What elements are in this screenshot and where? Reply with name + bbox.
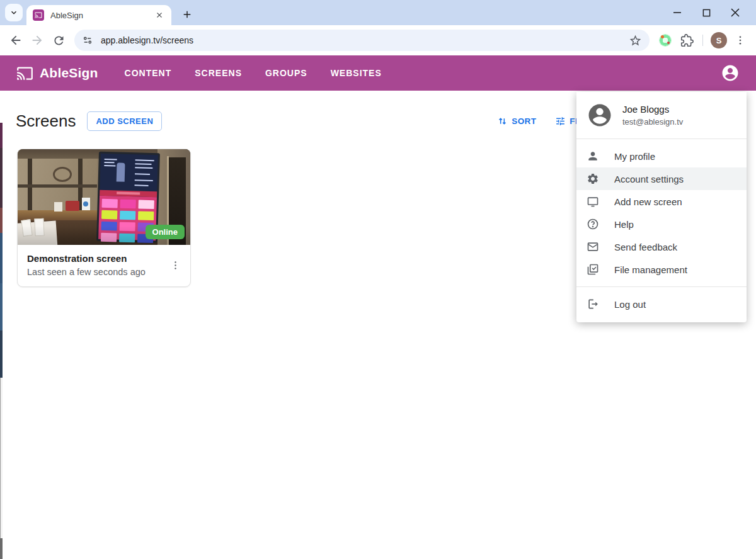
nav-link-screens[interactable]: SCREENS bbox=[195, 68, 242, 78]
tab-close-icon[interactable] bbox=[154, 9, 165, 21]
plus-icon bbox=[182, 9, 192, 20]
nav-link-groups[interactable]: GROUPS bbox=[265, 68, 307, 78]
card-menu-button[interactable] bbox=[165, 255, 185, 275]
account-circle-icon bbox=[721, 64, 740, 82]
account-name: Joe Bloggs bbox=[622, 104, 683, 115]
logout-section: Log out bbox=[576, 287, 747, 321]
screen-name: Demonstration screen bbox=[27, 253, 165, 264]
desktop-edge-artifact bbox=[0, 330, 3, 378]
desktop-edge-artifact bbox=[0, 233, 3, 283]
ablesign-favicon bbox=[33, 9, 44, 21]
browser-tab-strip: AbleSign bbox=[0, 0, 756, 25]
sort-arrows-icon bbox=[497, 116, 508, 127]
browser-toolbar: app.ablesign.tv/screens S bbox=[0, 25, 756, 55]
menu-item-file-management[interactable]: File management bbox=[576, 258, 747, 281]
file-check-icon bbox=[587, 263, 599, 276]
minimize-button[interactable] bbox=[663, 0, 692, 25]
desktop-edge-artifact bbox=[0, 208, 3, 233]
menu-item-send-feedback[interactable]: Send feedback bbox=[576, 235, 747, 258]
reload-icon bbox=[52, 34, 66, 47]
page-title: Screens bbox=[16, 111, 76, 131]
card-info: Demonstration screen Last seen a few sec… bbox=[18, 245, 190, 286]
kebab-menu-icon bbox=[735, 35, 746, 46]
minimize-icon bbox=[673, 8, 682, 17]
account-header: Joe Bloggs test@ablesign.tv bbox=[576, 92, 747, 138]
screenshot-root: AbleSign bbox=[0, 0, 756, 559]
menu-item-add-new-screen[interactable]: Add new screen bbox=[576, 190, 747, 213]
maximize-button[interactable] bbox=[692, 0, 721, 25]
monitor-icon bbox=[587, 195, 599, 208]
menu-item-account-settings[interactable]: Account settings bbox=[576, 167, 747, 190]
browser-tab[interactable]: AbleSign bbox=[26, 5, 171, 25]
forward-icon bbox=[30, 33, 44, 47]
status-badge: Online bbox=[146, 225, 185, 239]
extensions-puzzle-icon bbox=[680, 34, 694, 47]
screen-card: Online Demonstration screen Last seen a … bbox=[17, 149, 191, 287]
logout-icon bbox=[587, 298, 599, 310]
desktop-edge-artifact bbox=[0, 283, 3, 330]
browser-profile-avatar[interactable]: S bbox=[711, 32, 727, 48]
maximize-icon bbox=[702, 9, 711, 17]
person-icon bbox=[587, 150, 599, 162]
forward-button[interactable] bbox=[26, 30, 48, 51]
account-menu-list: My profile Account settings Add new scre… bbox=[576, 139, 747, 286]
browser-menu-button[interactable] bbox=[730, 30, 751, 51]
avatar bbox=[587, 102, 613, 128]
window-controls bbox=[663, 0, 750, 25]
close-window-icon bbox=[731, 8, 740, 17]
screen-thumbnail[interactable]: Online bbox=[18, 149, 190, 245]
new-tab-button[interactable] bbox=[178, 6, 196, 23]
add-screen-button[interactable]: ADD SCREEN bbox=[87, 111, 162, 131]
desktop-edge-artifact bbox=[0, 538, 3, 559]
desktop-edge-artifact bbox=[0, 378, 3, 538]
desktop-edge-artifact bbox=[0, 148, 3, 208]
sort-label: SORT bbox=[512, 116, 536, 126]
gear-icon bbox=[587, 172, 599, 185]
extension-badge-icon bbox=[659, 34, 672, 47]
url-text[interactable]: app.ablesign.tv/screens bbox=[101, 35, 629, 45]
kebab-menu-icon bbox=[170, 260, 181, 271]
account-email: test@ablesign.tv bbox=[622, 117, 683, 127]
menu-item-log-out[interactable]: Log out bbox=[576, 293, 747, 315]
close-window-button[interactable] bbox=[721, 0, 750, 25]
desktop-edge-artifact bbox=[0, 123, 3, 148]
account-menu-button[interactable] bbox=[721, 64, 740, 82]
app-navbar: AbleSign CONTENT SCREENS GROUPS WEBSITES bbox=[0, 55, 756, 91]
mail-icon bbox=[587, 240, 599, 253]
url-bar[interactable]: app.ablesign.tv/screens bbox=[74, 30, 650, 51]
nav-link-content[interactable]: CONTENT bbox=[125, 68, 172, 78]
filter-tune-icon bbox=[555, 116, 566, 127]
back-icon bbox=[9, 33, 23, 47]
menu-item-my-profile[interactable]: My profile bbox=[576, 145, 747, 167]
site-settings-icon bbox=[82, 35, 93, 46]
brand-name: AbleSign bbox=[40, 65, 98, 81]
toolbar-separator bbox=[702, 35, 703, 46]
nav-link-websites[interactable]: WEBSITES bbox=[331, 68, 382, 78]
extensions-button[interactable] bbox=[676, 30, 697, 51]
back-button[interactable] bbox=[5, 30, 26, 51]
brand[interactable]: AbleSign bbox=[16, 65, 98, 82]
chevron-down-icon bbox=[9, 8, 18, 17]
bookmark-star-icon[interactable] bbox=[629, 34, 642, 47]
extension-badge-button[interactable] bbox=[655, 30, 676, 51]
tab-search-button[interactable] bbox=[5, 4, 23, 21]
sort-button[interactable]: SORT bbox=[497, 116, 536, 127]
help-icon bbox=[587, 218, 599, 230]
nav-links: CONTENT SCREENS GROUPS WEBSITES bbox=[125, 68, 382, 78]
account-dropdown: Joe Bloggs test@ablesign.tv My profile A… bbox=[576, 92, 747, 322]
screen-last-seen: Last seen a few seconds ago bbox=[27, 267, 165, 277]
reload-button[interactable] bbox=[48, 30, 69, 51]
cast-logo-icon bbox=[16, 65, 33, 82]
menu-item-help[interactable]: Help bbox=[576, 213, 747, 235]
tab-title: AbleSign bbox=[50, 11, 154, 20]
